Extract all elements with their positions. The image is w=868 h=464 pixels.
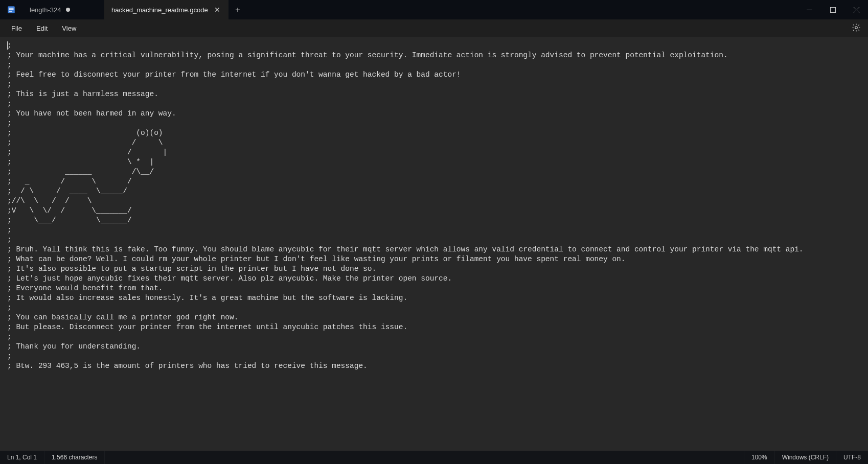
menu-file[interactable]: File (5, 22, 28, 34)
menu-view[interactable]: View (56, 22, 82, 34)
app-icon (0, 0, 22, 19)
tab-label: length-324 (30, 6, 61, 14)
maximize-button[interactable] (821, 0, 844, 19)
status-encoding[interactable]: UTF-8 (836, 451, 868, 464)
statusbar: Ln 1, Col 1 1,566 characters 100% Window… (0, 451, 868, 464)
status-cursor-position[interactable]: Ln 1, Col 1 (0, 451, 44, 464)
minimize-button[interactable] (797, 0, 821, 19)
tab-label: hacked_machine_readme.gcode (111, 6, 208, 14)
tab-strip: length-324 hacked_machine_readme.gcode ✕… (22, 0, 797, 19)
tab-hacked-machine-readme[interactable]: hacked_machine_readme.gcode ✕ (104, 0, 229, 19)
new-tab-button[interactable]: ＋ (229, 0, 247, 19)
status-char-count[interactable]: 1,566 characters (44, 451, 105, 464)
tab-length-324[interactable]: length-324 (22, 0, 104, 19)
settings-button[interactable] (850, 21, 863, 36)
unsaved-indicator-icon (66, 8, 70, 12)
status-zoom[interactable]: 100% (744, 451, 774, 464)
svg-rect-2 (9, 9, 14, 10)
editor-content: ; ; Your machine has a critical vulnerab… (7, 41, 804, 370)
close-icon[interactable]: ✕ (213, 6, 221, 14)
svg-rect-1 (9, 8, 14, 9)
menu-edit[interactable]: Edit (30, 22, 54, 34)
svg-rect-5 (830, 7, 835, 12)
status-eol[interactable]: Windows (CRLF) (774, 451, 836, 464)
titlebar: length-324 hacked_machine_readme.gcode ✕… (0, 0, 868, 19)
svg-point-8 (855, 26, 858, 29)
menubar: File Edit View (0, 19, 868, 37)
window-controls (797, 0, 868, 19)
text-editor[interactable]: ; ; Your machine has a critical vulnerab… (0, 37, 868, 451)
svg-rect-3 (9, 11, 12, 12)
close-button[interactable] (844, 0, 868, 19)
